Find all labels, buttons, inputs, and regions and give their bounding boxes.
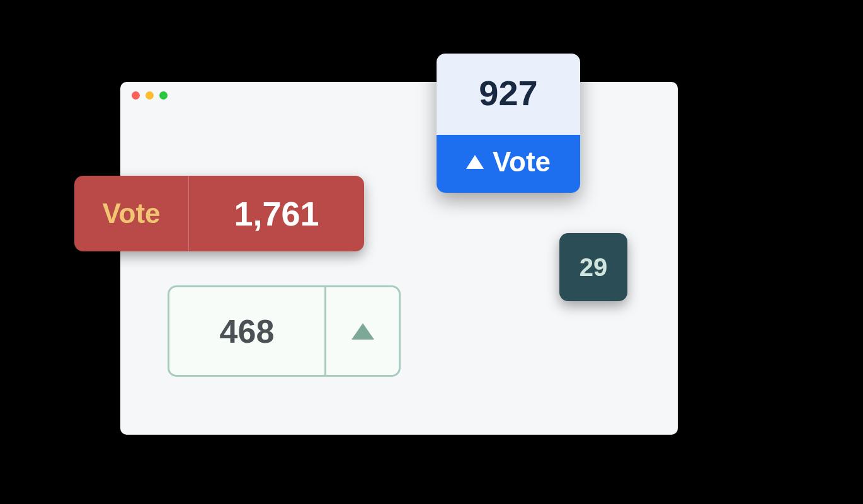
vote-label: Vote (74, 176, 189, 251)
vote-count: 1,761 (189, 176, 364, 251)
window-controls (132, 91, 168, 100)
count-badge-teal[interactable]: 29 (559, 233, 627, 301)
vote-label: Vote (493, 146, 551, 178)
minimize-icon[interactable] (146, 91, 154, 100)
vote-button[interactable]: Vote (437, 135, 580, 193)
triangle-up-icon (466, 155, 484, 169)
vote-count: 468 (169, 287, 324, 375)
upvote-button[interactable] (324, 287, 399, 375)
maximize-icon[interactable] (159, 91, 168, 100)
badge-count: 29 (580, 253, 608, 282)
svg-marker-1 (351, 323, 374, 340)
svg-marker-0 (466, 155, 484, 169)
vote-widget-green: 468 (168, 285, 401, 377)
close-icon[interactable] (132, 91, 140, 100)
vote-widget-red[interactable]: Vote 1,761 (74, 176, 364, 251)
vote-count: 927 (437, 54, 580, 135)
triangle-up-icon (351, 323, 374, 340)
vote-widget-blue: 927 Vote (437, 54, 580, 193)
